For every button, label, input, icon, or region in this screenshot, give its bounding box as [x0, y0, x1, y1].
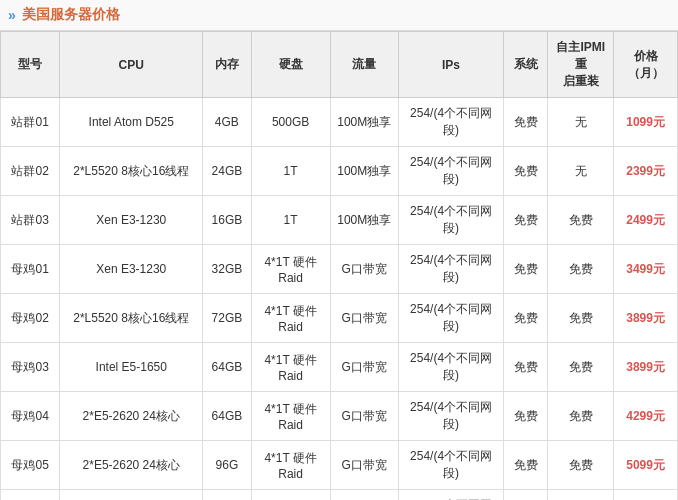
col-header-ips: IPs	[398, 32, 504, 98]
cell-ipmi: 无	[548, 98, 614, 147]
cell-sys: 免费	[504, 392, 548, 441]
server-price-table: 型号 CPU 内存 硬盘 流量 IPs 系统 自主IPMI重启重装 价格（月） …	[0, 31, 678, 500]
header-title: 美国服务器价格	[22, 6, 120, 24]
cell-price: 3499元	[614, 245, 678, 294]
cell-flow: G口带宽	[330, 343, 398, 392]
cell-ipmi: 免费	[548, 490, 614, 501]
table-row: 站群01Intel Atom D5254GB500GB100M独享254/(4个…	[1, 98, 678, 147]
cell-ipmi: 免费	[548, 245, 614, 294]
cell-disk: 4*1T 硬件Raid	[251, 343, 330, 392]
cell-ips: 254/(4个不同网段)	[398, 294, 504, 343]
cell-ipmi: 免费	[548, 196, 614, 245]
cell-disk: 4*1T 硬件Raid	[251, 392, 330, 441]
cell-mem: 16GB	[203, 196, 251, 245]
cell-disk: 1T	[251, 147, 330, 196]
cell-ips: 254/(4个不同网段)	[398, 490, 504, 501]
col-header-disk: 硬盘	[251, 32, 330, 98]
cell-disk: 4*1T 硬件Raid	[251, 294, 330, 343]
cell-disk: 4*1T 硬件Raid	[251, 490, 330, 501]
cell-ips: 254/(4个不同网段)	[398, 343, 504, 392]
cell-type: 站群01	[1, 98, 60, 147]
cell-price: 3899元	[614, 343, 678, 392]
cell-sys: 免费	[504, 196, 548, 245]
cell-ips: 254/(4个不同网段)	[398, 441, 504, 490]
table-row: 母鸡01Xen E3-123032GB4*1T 硬件RaidG口带宽254/(4…	[1, 245, 678, 294]
cell-mem: 72GB	[203, 294, 251, 343]
table-row: 母鸡062*E5-2620 24核心128G4*1T 硬件RaidG口带宽254…	[1, 490, 678, 501]
cell-cpu: 2*E5-2620 24核心	[60, 441, 203, 490]
col-header-cpu: CPU	[60, 32, 203, 98]
table-header-row: 型号 CPU 内存 硬盘 流量 IPs 系统 自主IPMI重启重装 价格（月）	[1, 32, 678, 98]
cell-mem: 4GB	[203, 98, 251, 147]
cell-type: 母鸡04	[1, 392, 60, 441]
col-header-price: 价格（月）	[614, 32, 678, 98]
cell-price: 5099元	[614, 441, 678, 490]
col-header-type: 型号	[1, 32, 60, 98]
cell-flow: 100M独享	[330, 147, 398, 196]
col-header-flow: 流量	[330, 32, 398, 98]
cell-type: 母鸡03	[1, 343, 60, 392]
cell-flow: G口带宽	[330, 441, 398, 490]
cell-ips: 254/(4个不同网段)	[398, 98, 504, 147]
cell-price: 2399元	[614, 147, 678, 196]
table-row: 母鸡022*L5520 8核心16线程72GB4*1T 硬件RaidG口带宽25…	[1, 294, 678, 343]
cell-disk: 1T	[251, 196, 330, 245]
cell-price: 4299元	[614, 392, 678, 441]
cell-mem: 64GB	[203, 392, 251, 441]
col-header-ipmi: 自主IPMI重启重装	[548, 32, 614, 98]
cell-type: 站群02	[1, 147, 60, 196]
cell-sys: 免费	[504, 147, 548, 196]
cell-sys: 免费	[504, 294, 548, 343]
cell-flow: G口带宽	[330, 490, 398, 501]
cell-cpu: 2*L5520 8核心16线程	[60, 147, 203, 196]
cell-disk: 500GB	[251, 98, 330, 147]
header-icon: »	[8, 7, 16, 23]
cell-ipmi: 免费	[548, 294, 614, 343]
cell-disk: 4*1T 硬件Raid	[251, 245, 330, 294]
table-container: 型号 CPU 内存 硬盘 流量 IPs 系统 自主IPMI重启重装 价格（月） …	[0, 31, 678, 500]
cell-mem: 32GB	[203, 245, 251, 294]
cell-cpu: 2*E5-2620 24核心	[60, 490, 203, 501]
cell-ips: 254/(4个不同网段)	[398, 245, 504, 294]
cell-cpu: Intel E5-1650	[60, 343, 203, 392]
cell-flow: G口带宽	[330, 245, 398, 294]
cell-type: 母鸡05	[1, 441, 60, 490]
cell-mem: 64GB	[203, 343, 251, 392]
cell-type: 母鸡06	[1, 490, 60, 501]
cell-sys: 免费	[504, 441, 548, 490]
col-header-mem: 内存	[203, 32, 251, 98]
cell-flow: 100M独享	[330, 196, 398, 245]
cell-sys: 免费	[504, 490, 548, 501]
table-row: 母鸡03Intel E5-165064GB4*1T 硬件RaidG口带宽254/…	[1, 343, 678, 392]
cell-mem: 24GB	[203, 147, 251, 196]
table-row: 站群022*L5520 8核心16线程24GB1T100M独享254/(4个不同…	[1, 147, 678, 196]
cell-price: 3899元	[614, 294, 678, 343]
cell-ipmi: 免费	[548, 441, 614, 490]
table-row: 母鸡052*E5-2620 24核心96G4*1T 硬件RaidG口带宽254/…	[1, 441, 678, 490]
cell-ips: 254/(4个不同网段)	[398, 392, 504, 441]
cell-flow: G口带宽	[330, 392, 398, 441]
col-header-sys: 系统	[504, 32, 548, 98]
table-row: 站群03Xen E3-123016GB1T100M独享254/(4个不同网段)免…	[1, 196, 678, 245]
cell-mem: 96G	[203, 441, 251, 490]
cell-cpu: 2*L5520 8核心16线程	[60, 294, 203, 343]
cell-ips: 254/(4个不同网段)	[398, 196, 504, 245]
cell-mem: 128G	[203, 490, 251, 501]
cell-flow: 100M独享	[330, 98, 398, 147]
cell-type: 站群03	[1, 196, 60, 245]
cell-cpu: Intel Atom D525	[60, 98, 203, 147]
cell-cpu: Xen E3-1230	[60, 196, 203, 245]
cell-flow: G口带宽	[330, 294, 398, 343]
cell-price: 1099元	[614, 98, 678, 147]
cell-ips: 254/(4个不同网段)	[398, 147, 504, 196]
cell-cpu: Xen E3-1230	[60, 245, 203, 294]
cell-price: 6299元	[614, 490, 678, 501]
table-row: 母鸡042*E5-2620 24核心64GB4*1T 硬件RaidG口带宽254…	[1, 392, 678, 441]
cell-sys: 免费	[504, 343, 548, 392]
cell-price: 2499元	[614, 196, 678, 245]
cell-cpu: 2*E5-2620 24核心	[60, 392, 203, 441]
header-bar: » 美国服务器价格	[0, 0, 678, 31]
cell-ipmi: 免费	[548, 343, 614, 392]
cell-type: 母鸡01	[1, 245, 60, 294]
cell-disk: 4*1T 硬件Raid	[251, 441, 330, 490]
